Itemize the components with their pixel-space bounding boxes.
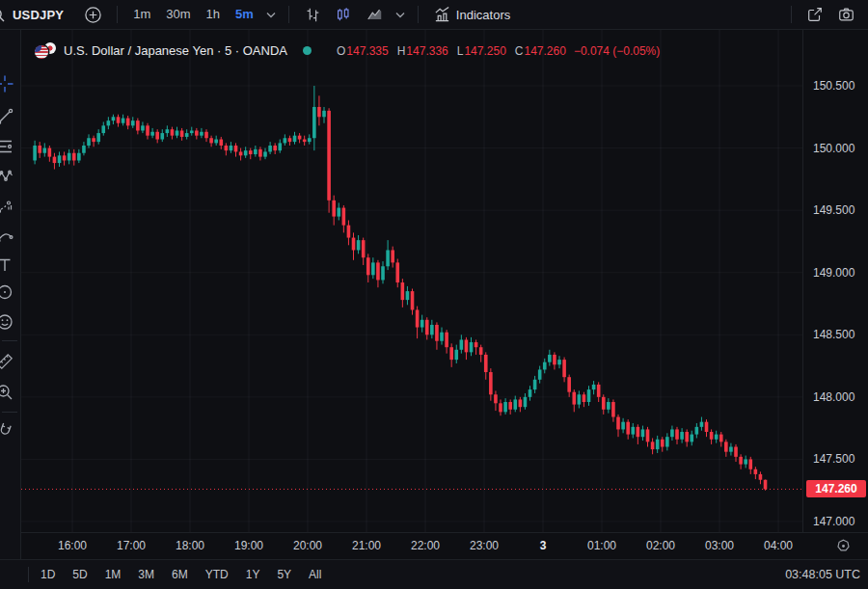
candle-body xyxy=(494,394,498,403)
range-button-3m[interactable]: 3M xyxy=(129,560,163,589)
range-button-ytd[interactable]: YTD xyxy=(197,560,237,589)
emoji-tool-icon[interactable] xyxy=(0,312,16,334)
candle-body xyxy=(371,262,375,275)
divider xyxy=(2,412,17,413)
candle-body xyxy=(449,347,453,360)
compare-add-button[interactable] xyxy=(77,0,109,29)
candle-body xyxy=(440,333,444,341)
xabcd-pattern-tool-icon[interactable] xyxy=(0,167,16,188)
timeframe-30m[interactable]: 30m xyxy=(158,0,198,29)
price-axis-label: 147.000 xyxy=(813,515,854,528)
price-axis-label: 147.500 xyxy=(813,452,854,466)
candle-body xyxy=(465,339,469,352)
candle-body xyxy=(578,394,582,404)
candle-body xyxy=(209,138,213,143)
time-axis-label: 21:00 xyxy=(352,539,381,552)
screenshot-button[interactable] xyxy=(830,0,862,29)
candle-body xyxy=(445,333,448,347)
timeframe-1m[interactable]: 1m xyxy=(125,0,158,29)
clock-utc[interactable]: 03:48:05 UTC xyxy=(785,568,860,581)
candle-body xyxy=(715,435,719,440)
zoom-in-tool-icon[interactable] xyxy=(0,383,16,404)
timeframe-5m[interactable]: 5m xyxy=(228,0,261,29)
candle-body xyxy=(748,459,752,469)
candle-body xyxy=(327,111,331,201)
range-button-5y[interactable]: 5Y xyxy=(268,560,300,589)
symbol-search-icon[interactable] xyxy=(0,0,11,29)
axis-settings-button[interactable] xyxy=(835,538,852,558)
candle-body xyxy=(254,149,258,154)
bar-style-area-button[interactable] xyxy=(359,0,391,29)
market-status-icon[interactable] xyxy=(303,46,312,55)
text-tool-icon[interactable] xyxy=(0,255,16,277)
trading-app: USDJPY 1m30m1h5m xyxy=(0,0,868,589)
candle-body xyxy=(72,153,76,161)
candle-body xyxy=(63,155,67,160)
candle-body xyxy=(759,474,763,480)
symbol-button[interactable]: USDJPY xyxy=(13,8,64,22)
candle-body xyxy=(96,133,100,142)
ruler-tool-icon[interactable] xyxy=(0,352,16,373)
candle-body xyxy=(92,138,95,142)
candlestick-chart[interactable] xyxy=(21,30,802,532)
circle-tool-icon[interactable] xyxy=(0,282,16,304)
candle-body xyxy=(724,442,728,451)
chart-style-menu-button[interactable] xyxy=(391,0,410,29)
price-axis-label: 148.000 xyxy=(813,390,854,404)
trend-line-tool-icon[interactable] xyxy=(0,107,16,128)
range-button-6m[interactable]: 6M xyxy=(163,560,197,589)
candle-body xyxy=(273,146,277,150)
candle-body xyxy=(695,427,699,435)
time-axis-label: 03:00 xyxy=(705,539,734,552)
candle-body xyxy=(58,155,62,163)
candle-body xyxy=(719,435,723,442)
candle-body xyxy=(401,282,405,300)
camera-icon xyxy=(837,6,855,23)
candle-body xyxy=(322,111,326,117)
time-axis-label: 22:00 xyxy=(411,539,440,552)
candle-body xyxy=(298,136,302,140)
date-range-row: 1D5D1M3M6MYTD1Y5YAll xyxy=(32,560,330,589)
candle-body xyxy=(538,369,542,379)
candle-body xyxy=(562,360,566,377)
indicators-button[interactable]: Indicators xyxy=(426,0,517,29)
range-button-1d[interactable]: 1D xyxy=(32,560,64,589)
candle-body xyxy=(33,146,37,160)
price-axis[interactable]: 150.500150.000149.500149.000148.500148.0… xyxy=(802,30,868,532)
timeframe-menu-button[interactable] xyxy=(261,0,281,29)
candle-body xyxy=(204,132,208,138)
candle-body xyxy=(284,138,287,143)
candle-body xyxy=(567,377,571,391)
range-button-5d[interactable]: 5D xyxy=(64,560,95,589)
range-button-1y[interactable]: 1Y xyxy=(237,560,269,589)
candle-body xyxy=(513,399,517,409)
share-button[interactable] xyxy=(800,0,830,29)
candle-body xyxy=(395,262,399,282)
symbol-description[interactable]: U.S. Dollar / Japanese Yen · 5 · OANDA xyxy=(64,43,287,58)
timeframe-1h[interactable]: 1h xyxy=(199,0,228,29)
candle-body xyxy=(185,133,189,137)
candle-body xyxy=(225,146,229,150)
candle-body xyxy=(700,422,704,427)
time-axis[interactable]: 16:0017:0018:0019:0020:0021:0022:0023:00… xyxy=(21,532,868,561)
forecast-tool-icon[interactable] xyxy=(0,197,16,218)
time-axis-label: 23:00 xyxy=(470,539,499,552)
candle-body xyxy=(675,429,679,439)
bar-style-bars-button[interactable] xyxy=(297,0,328,29)
crosshair-tool-icon[interactable] xyxy=(0,74,16,95)
candle-body xyxy=(347,226,351,238)
chevron-down-icon xyxy=(395,12,405,18)
candle-body xyxy=(754,469,758,474)
range-button-1m[interactable]: 1M xyxy=(96,560,130,589)
bar-style-candles-button[interactable] xyxy=(328,0,359,29)
candle-body xyxy=(499,403,502,412)
range-button-all[interactable]: All xyxy=(300,560,330,589)
time-axis-label: 04:00 xyxy=(764,539,793,552)
candle-body xyxy=(190,130,194,133)
magnet-tool-icon[interactable] xyxy=(0,421,16,442)
candle-body xyxy=(249,150,253,154)
arc-tool-icon[interactable] xyxy=(0,227,16,248)
fib-retracement-tool-icon[interactable] xyxy=(0,137,16,158)
time-axis-label: 17:00 xyxy=(117,539,146,552)
candle-body xyxy=(136,120,140,130)
